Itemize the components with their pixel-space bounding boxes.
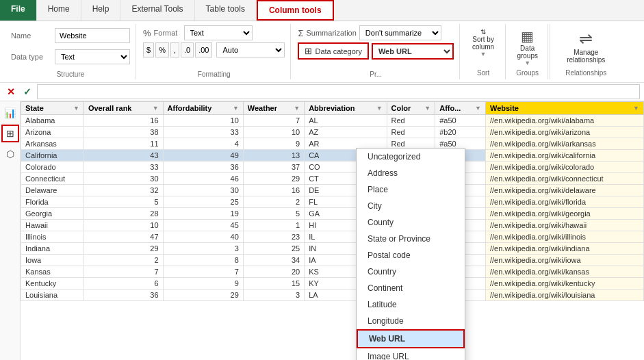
col-header-affordability[interactable]: Affordability ▼: [163, 102, 243, 115]
dropdown-item[interactable]: Country: [357, 263, 465, 280]
table-row[interactable]: Kentucky6915KYBrown#a50//en.wikipedia.or…: [21, 278, 644, 290]
cell-weather: 34: [243, 255, 304, 266]
sidebar-item-data[interactable]: ⊞: [1, 125, 19, 142]
table-row[interactable]: Illinois474023ILOrange#b20//en.wikipedia…: [21, 231, 644, 243]
color-sort-icon[interactable]: ▼: [424, 105, 430, 112]
table-row[interactable]: Louisiana36293LAViolet#b20//en.wikipedia…: [21, 290, 644, 301]
auto-select[interactable]: Auto: [216, 42, 285, 57]
dropdown-item[interactable]: Latitude: [357, 296, 465, 313]
cell-weather: 37: [243, 162, 304, 173]
table-row[interactable]: Arkansas1149ARRed#a50//en.wikipedia.org/…: [21, 138, 644, 150]
datatype-select[interactable]: Text Number Date Boolean: [55, 49, 130, 64]
groups-group-label: Groups: [516, 68, 539, 77]
datatype-label: Data type: [11, 53, 52, 61]
cell-affordability: 30: [163, 185, 243, 196]
sort-by-column-button[interactable]: ⇅ Sort bycolumn ▼: [469, 27, 497, 59]
data-category-select[interactable]: Web URL Uncategorized Image URL Barcode: [372, 43, 454, 60]
col-header-affor2[interactable]: Affo... ▼: [435, 102, 486, 115]
cell-weather: 20: [243, 266, 304, 278]
affordability-sort-icon[interactable]: ▼: [233, 105, 239, 112]
cell-weather: 9: [243, 138, 304, 150]
cell-weather: 29: [243, 173, 304, 185]
sidebar-item-report[interactable]: 📊: [1, 104, 19, 122]
data-category-button[interactable]: ⊞ Data category: [298, 42, 368, 60]
tab-help[interactable]: Help: [81, 0, 121, 21]
data-category-label: Data category: [315, 47, 361, 55]
manage-relationships-button[interactable]: ⇌ Managerelationships: [558, 27, 613, 66]
table-row[interactable]: Arizona383310AZRed#b20//en.wikipedia.org…: [21, 127, 644, 138]
cell-state: Illinois: [21, 231, 84, 243]
table-row[interactable]: Georgia28195GAGray#ffc0//en.wikipedia.or…: [21, 208, 644, 220]
format-select[interactable]: Text Number Currency Date: [184, 25, 253, 40]
table-row[interactable]: Iowa2834IAOrange#a50//en.wikipedia.org/w…: [21, 255, 644, 266]
col-header-abbreviation[interactable]: Abbreviation ▼: [305, 102, 387, 115]
state-sort-icon[interactable]: ▼: [73, 105, 79, 112]
dropdown-item[interactable]: Address: [357, 165, 465, 181]
table-row[interactable]: California434913CABlue#b20//en.wikipedia…: [21, 150, 644, 162]
table-row[interactable]: Hawaii10451HIFuchsia#b20//en.wikipedia.o…: [21, 220, 644, 231]
dropdown-item[interactable]: Image URL: [357, 348, 465, 360]
col-header-color[interactable]: Color ▼: [387, 102, 435, 115]
tab-column-tools[interactable]: Column tools: [257, 0, 334, 21]
tab-home[interactable]: Home: [37, 0, 81, 21]
cell-weather: 2: [243, 196, 304, 208]
table-row[interactable]: Florida5252FLPink#ffc0//en.wikipedia.org…: [21, 196, 644, 208]
dropdown-item[interactable]: Web URL: [357, 329, 465, 348]
comma-btn[interactable]: ,: [170, 42, 179, 57]
overall-rank-sort-icon[interactable]: ▼: [153, 105, 159, 112]
dropdown-item[interactable]: Longitude: [357, 313, 465, 329]
col-header-state[interactable]: State ▼: [21, 102, 84, 115]
decimal-less-btn[interactable]: .0: [181, 42, 194, 57]
dropdown-item[interactable]: Continent: [357, 280, 465, 296]
cell-abbreviation: AL: [305, 115, 387, 127]
dropdown-item[interactable]: County: [357, 214, 465, 231]
data-groups-button[interactable]: ▦ Datagroups ▼: [514, 27, 541, 68]
sort-group: ⇅ Sort bycolumn ▼ Sort: [461, 24, 506, 79]
manage-rel-icon: ⇌: [579, 29, 593, 49]
sidebar-item-model[interactable]: ⬡: [1, 145, 19, 163]
dropdown-item[interactable]: State or Province: [357, 231, 465, 247]
summarization-select[interactable]: Don't summarize Sum Average Count: [359, 25, 441, 40]
abbrev-sort-icon[interactable]: ▼: [376, 105, 383, 112]
name-input[interactable]: [55, 28, 130, 43]
table-row[interactable]: Alabama16107ALRed#a50//en.wikipedia.org/…: [21, 115, 644, 127]
confirm-button[interactable]: ✓: [21, 86, 34, 97]
cell-overall_rank: 33: [83, 162, 163, 173]
cell-website: //en.wikipedia.org/wiki/louisiana: [485, 290, 643, 301]
col-header-website[interactable]: Website ▼: [485, 102, 643, 115]
table-row[interactable]: Indiana29325INOrange#a50//en.wikipedia.o…: [21, 243, 644, 255]
website-sort-icon[interactable]: ▼: [633, 105, 639, 112]
table-row[interactable]: Connecticut304629CTBlue#b20//en.wikipedi…: [21, 173, 644, 185]
table-row[interactable]: Kansas7720KSBrown#a50//en.wikipedia.org/…: [21, 266, 644, 278]
formula-input[interactable]: [37, 84, 640, 99]
dropdown-item[interactable]: City: [357, 198, 465, 214]
sort-chevron-icon: ▼: [480, 51, 487, 57]
tab-file[interactable]: File: [0, 0, 37, 21]
cancel-button[interactable]: ✕: [4, 86, 18, 97]
affor2-sort-icon[interactable]: ▼: [475, 105, 481, 112]
percent-btn[interactable]: %: [155, 42, 169, 57]
cell-abbreviation: AZ: [305, 127, 387, 138]
cell-weather: 3: [243, 290, 304, 301]
cell-weather: 13: [243, 150, 304, 162]
col-header-overall-rank[interactable]: Overall rank ▼: [83, 102, 163, 115]
cell-website: //en.wikipedia.org/wiki/illinois: [485, 231, 643, 243]
cell-website: //en.wikipedia.org/wiki/alabama: [485, 115, 643, 127]
decimal-more-btn[interactable]: .00: [195, 42, 212, 57]
name-label: Name: [11, 31, 52, 40]
cell-website: //en.wikipedia.org/wiki/indiana: [485, 243, 643, 255]
col-header-weather[interactable]: Weather ▼: [243, 102, 304, 115]
tab-external-tools[interactable]: External Tools: [120, 0, 194, 21]
table-row[interactable]: Delaware323016DEYellow#b20//en.wikipedia…: [21, 185, 644, 196]
dropdown-item[interactable]: Place: [357, 181, 465, 198]
cell-website: //en.wikipedia.org/wiki/arizona: [485, 127, 643, 138]
tab-table-tools[interactable]: Table tools: [195, 0, 257, 21]
dollar-btn[interactable]: $: [143, 42, 154, 57]
dropdown-item[interactable]: Uncategorized: [357, 149, 465, 165]
sort-group-label: Sort: [477, 68, 489, 77]
groups-group: ▦ Datagroups ▼ Groups: [507, 24, 548, 79]
weather-sort-icon[interactable]: ▼: [294, 105, 300, 112]
dropdown-item[interactable]: Postal code: [357, 247, 465, 263]
cell-state: Kansas: [21, 266, 84, 278]
table-row[interactable]: Colorado333637COBlue#b20//en.wikipedia.o…: [21, 162, 644, 173]
